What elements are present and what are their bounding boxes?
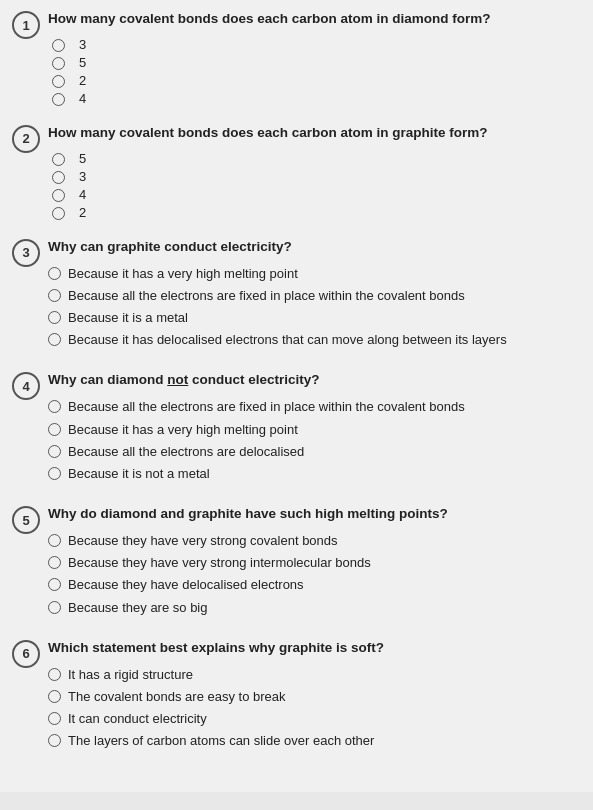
option-text-5-3: Because they are so big: [68, 599, 207, 617]
question-text-1: How many covalent bonds does each carbon…: [48, 10, 581, 29]
option-row-2-3[interactable]: 2: [52, 205, 581, 220]
question-content-3: Why can graphite conduct electricity?Bec…: [48, 238, 581, 354]
option-item-5-2[interactable]: Because they have delocalised electrons: [48, 576, 581, 594]
option-row-2-1[interactable]: 3: [52, 169, 581, 184]
option-text-2-1: 3: [79, 169, 86, 184]
options-list-3: Because it has a very high melting point…: [48, 265, 581, 350]
option-text-6-0: It has a rigid structure: [68, 666, 193, 684]
option-text-3-3: Because it has delocalised electrons tha…: [68, 331, 507, 349]
option-row-1-0[interactable]: 3: [52, 37, 581, 52]
radio-icon-3-2[interactable]: [48, 311, 61, 324]
radio-icon-4-0[interactable]: [48, 400, 61, 413]
option-row-2-0[interactable]: 5: [52, 151, 581, 166]
radio-icon-1-1[interactable]: [52, 57, 65, 70]
radio-icon-5-3[interactable]: [48, 601, 61, 614]
option-item-4-2[interactable]: Because all the electrons are delocalise…: [48, 443, 581, 461]
options-list-2: 5342: [48, 151, 581, 220]
options-list-4: Because all the electrons are fixed in p…: [48, 398, 581, 483]
option-text-1-3: 4: [79, 91, 86, 106]
radio-icon-1-2[interactable]: [52, 75, 65, 88]
radio-icon-6-0[interactable]: [48, 668, 61, 681]
radio-icon-2-3[interactable]: [52, 207, 65, 220]
question-text-6: Which statement best explains why graphi…: [48, 639, 581, 658]
option-item-4-0[interactable]: Because all the electrons are fixed in p…: [48, 398, 581, 416]
option-item-5-0[interactable]: Because they have very strong covalent b…: [48, 532, 581, 550]
question-block-3: 3Why can graphite conduct electricity?Be…: [12, 238, 581, 354]
radio-icon-6-2[interactable]: [48, 712, 61, 725]
option-item-6-1[interactable]: The covalent bonds are easy to break: [48, 688, 581, 706]
radio-icon-4-2[interactable]: [48, 445, 61, 458]
option-text-6-1: The covalent bonds are easy to break: [68, 688, 286, 706]
question-content-5: Why do diamond and graphite have such hi…: [48, 505, 581, 621]
radio-icon-5-1[interactable]: [48, 556, 61, 569]
quiz-page: 1How many covalent bonds does each carbo…: [0, 0, 593, 792]
option-text-3-0: Because it has a very high melting point: [68, 265, 298, 283]
option-item-3-0[interactable]: Because it has a very high melting point: [48, 265, 581, 283]
option-text-6-3: The layers of carbon atoms can slide ove…: [68, 732, 374, 750]
option-item-3-2[interactable]: Because it is a metal: [48, 309, 581, 327]
option-text-1-2: 2: [79, 73, 86, 88]
question-number-4: 4: [12, 372, 40, 400]
option-item-5-3[interactable]: Because they are so big: [48, 599, 581, 617]
option-item-4-3[interactable]: Because it is not a metal: [48, 465, 581, 483]
radio-icon-3-1[interactable]: [48, 289, 61, 302]
option-text-3-2: Because it is a metal: [68, 309, 188, 327]
question-block-5: 5Why do diamond and graphite have such h…: [12, 505, 581, 621]
option-item-5-1[interactable]: Because they have very strong intermolec…: [48, 554, 581, 572]
question-number-2: 2: [12, 125, 40, 153]
option-text-5-0: Because they have very strong covalent b…: [68, 532, 338, 550]
question-block-6: 6Which statement best explains why graph…: [12, 639, 581, 755]
option-text-1-1: 5: [79, 55, 86, 70]
option-item-6-3[interactable]: The layers of carbon atoms can slide ove…: [48, 732, 581, 750]
radio-icon-3-0[interactable]: [48, 267, 61, 280]
radio-icon-1-0[interactable]: [52, 39, 65, 52]
radio-icon-3-3[interactable]: [48, 333, 61, 346]
question-text-5: Why do diamond and graphite have such hi…: [48, 505, 581, 524]
radio-icon-5-2[interactable]: [48, 578, 61, 591]
option-row-1-3[interactable]: 4: [52, 91, 581, 106]
option-item-4-1[interactable]: Because it has a very high melting point: [48, 421, 581, 439]
option-text-1-0: 3: [79, 37, 86, 52]
option-item-3-3[interactable]: Because it has delocalised electrons tha…: [48, 331, 581, 349]
option-text-2-2: 4: [79, 187, 86, 202]
option-text-5-2: Because they have delocalised electrons: [68, 576, 304, 594]
question-content-1: How many covalent bonds does each carbon…: [48, 10, 581, 106]
question-number-6: 6: [12, 640, 40, 668]
options-list-6: It has a rigid structureThe covalent bon…: [48, 666, 581, 751]
option-text-6-2: It can conduct electricity: [68, 710, 207, 728]
radio-icon-4-3[interactable]: [48, 467, 61, 480]
question-block-4: 4Why can diamond not conduct electricity…: [12, 371, 581, 487]
radio-icon-5-0[interactable]: [48, 534, 61, 547]
options-list-1: 3524: [48, 37, 581, 106]
question-content-4: Why can diamond not conduct electricity?…: [48, 371, 581, 487]
option-text-2-3: 2: [79, 205, 86, 220]
question-text-2: How many covalent bonds does each carbon…: [48, 124, 581, 143]
option-row-2-2[interactable]: 4: [52, 187, 581, 202]
radio-icon-6-1[interactable]: [48, 690, 61, 703]
option-text-4-0: Because all the electrons are fixed in p…: [68, 398, 465, 416]
option-item-6-0[interactable]: It has a rigid structure: [48, 666, 581, 684]
radio-icon-2-2[interactable]: [52, 189, 65, 202]
option-text-4-2: Because all the electrons are delocalise…: [68, 443, 304, 461]
radio-icon-2-0[interactable]: [52, 153, 65, 166]
question-text-3: Why can graphite conduct electricity?: [48, 238, 581, 257]
option-text-4-1: Because it has a very high melting point: [68, 421, 298, 439]
radio-icon-4-1[interactable]: [48, 423, 61, 436]
question-number-3: 3: [12, 239, 40, 267]
question-block-2: 2How many covalent bonds does each carbo…: [12, 124, 581, 220]
question-number-5: 5: [12, 506, 40, 534]
option-row-1-1[interactable]: 5: [52, 55, 581, 70]
option-row-1-2[interactable]: 2: [52, 73, 581, 88]
radio-icon-1-3[interactable]: [52, 93, 65, 106]
option-text-3-1: Because all the electrons are fixed in p…: [68, 287, 465, 305]
question-text-4: Why can diamond not conduct electricity?: [48, 371, 581, 390]
option-text-4-3: Because it is not a metal: [68, 465, 210, 483]
options-list-5: Because they have very strong covalent b…: [48, 532, 581, 617]
option-item-3-1[interactable]: Because all the electrons are fixed in p…: [48, 287, 581, 305]
radio-icon-6-3[interactable]: [48, 734, 61, 747]
option-item-6-2[interactable]: It can conduct electricity: [48, 710, 581, 728]
question-number-1: 1: [12, 11, 40, 39]
radio-icon-2-1[interactable]: [52, 171, 65, 184]
option-text-5-1: Because they have very strong intermolec…: [68, 554, 371, 572]
question-block-1: 1How many covalent bonds does each carbo…: [12, 10, 581, 106]
